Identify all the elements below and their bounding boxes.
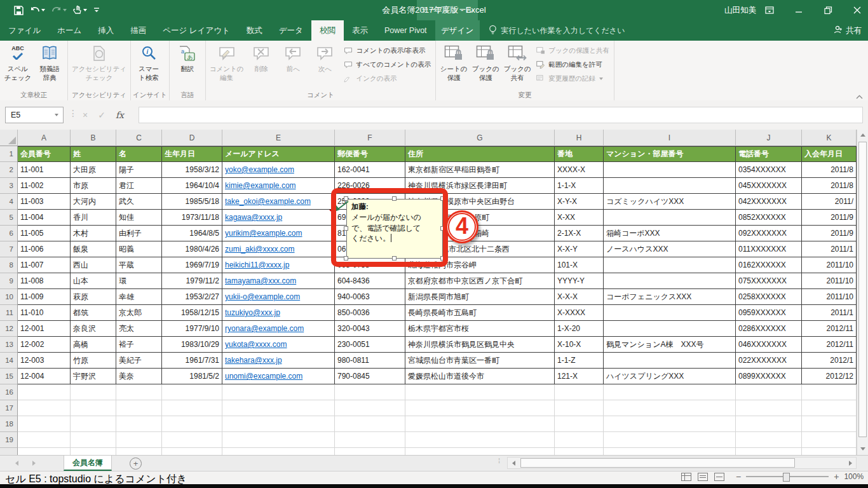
cell-A19[interactable] xyxy=(18,432,71,448)
cell-C5[interactable]: 知佳 xyxy=(116,210,162,226)
name-box[interactable]: E5 xyxy=(5,107,64,123)
cell-D14[interactable]: 1961/7/31 xyxy=(162,353,222,369)
cell-H14[interactable]: 1-1-Z xyxy=(555,353,604,369)
cell-C10[interactable]: 幸雄 xyxy=(116,289,162,305)
cell-I11[interactable] xyxy=(604,305,736,321)
cell-E5[interactable]: kagawa@xxxx.jp xyxy=(222,210,335,226)
cell-A1[interactable]: 会員番号 xyxy=(18,146,71,162)
cell-H19[interactable] xyxy=(555,432,604,448)
email-link[interactable]: take_okoi@example.com xyxy=(225,197,311,206)
horizontal-scrollbar[interactable] xyxy=(507,457,857,469)
cell-D15[interactable]: 1981/5/2 xyxy=(162,369,222,384)
cell-E14[interactable]: takehara@xxx.jp xyxy=(222,353,335,369)
cell-D19[interactable] xyxy=(162,432,222,448)
ribbon-tab-file[interactable]: ファイル xyxy=(0,20,49,41)
cell-D7[interactable]: 1980/4/26 xyxy=(162,241,222,257)
cell-I15[interactable]: ハイツスプリングXXX xyxy=(604,369,736,384)
cell-G19[interactable] xyxy=(405,432,555,448)
cell-H9[interactable]: YYYY-Y xyxy=(555,273,604,289)
cell-A12[interactable]: 12-001 xyxy=(18,321,71,337)
cell-J18[interactable] xyxy=(736,416,802,432)
email-link[interactable]: yoko@example.com xyxy=(225,165,294,174)
touch-mode-icon[interactable] xyxy=(73,5,87,15)
cell-I10[interactable]: コーポフェニックスXXX xyxy=(604,289,736,305)
zoom-level[interactable]: 100% xyxy=(844,472,864,481)
cell-J19[interactable] xyxy=(736,432,802,448)
row-header-5[interactable]: 5 xyxy=(0,210,18,226)
cell-A10[interactable]: 11-009 xyxy=(18,289,71,305)
cell-K12[interactable]: 2012/11 xyxy=(802,321,857,337)
cell-F13[interactable]: 230-0051 xyxy=(335,337,405,353)
column-header-H[interactable]: H xyxy=(555,130,604,146)
cell-C12[interactable]: 亮太 xyxy=(116,321,162,337)
cell-K10[interactable]: 2011/10 xyxy=(802,289,857,305)
row-header-18[interactable]: 18 xyxy=(0,416,18,432)
cell-E9[interactable]: tamayama@xxx.com xyxy=(222,273,335,289)
cell-B18[interactable] xyxy=(71,416,116,432)
cell-J13[interactable]: 046XXXXXXX xyxy=(736,337,802,353)
ribbon-tab-power-pivot[interactable]: Power Pivot xyxy=(376,20,435,41)
cell-A8[interactable]: 11-007 xyxy=(18,257,71,273)
row-header-19[interactable]: 19 xyxy=(0,432,18,448)
cell-J5[interactable]: 0852XXXXXX xyxy=(736,210,802,226)
cell-B12[interactable]: 奈良沢 xyxy=(71,321,116,337)
cell-J1[interactable]: 電話番号 xyxy=(736,146,802,162)
ribbon-button-show-all-comments[interactable]: すべてのコメントの表示 xyxy=(343,58,431,71)
cell-E6[interactable]: yurikim@example.com xyxy=(222,226,335,241)
cell-B15[interactable]: 宇野沢 xyxy=(71,369,116,384)
cell-H18[interactable] xyxy=(555,416,604,432)
cell-H5[interactable]: X-XX xyxy=(555,210,604,226)
row-header-13[interactable]: 13 xyxy=(0,337,18,353)
cell-E13[interactable]: yukota@xxxx.com xyxy=(222,337,335,353)
cell-H11[interactable]: X-XXXX xyxy=(555,305,604,321)
email-link[interactable]: kimie@example.com xyxy=(225,181,296,190)
cell-C19[interactable] xyxy=(116,432,162,448)
ribbon-tab-page-layout[interactable]: ページ レイアウト xyxy=(154,20,238,41)
cell-H15[interactable]: 121-X xyxy=(555,369,604,384)
cell-B1[interactable]: 姓 xyxy=(71,146,116,162)
cell-F9[interactable]: 604-8436 xyxy=(335,273,405,289)
cell-K6[interactable]: 2011/9 xyxy=(802,226,857,241)
cell-A14[interactable]: 12-003 xyxy=(18,353,71,369)
row-header-6[interactable]: 6 xyxy=(0,226,18,241)
row-header-20[interactable] xyxy=(0,448,18,455)
cell-H17[interactable] xyxy=(555,400,604,416)
cell-A5[interactable]: 11-004 xyxy=(18,210,71,226)
cell-E11[interactable]: tuzukiyo@xxx.jp xyxy=(222,305,335,321)
cell-K13[interactable]: 2012/11 xyxy=(802,337,857,353)
cell-C15[interactable]: 美奈 xyxy=(116,369,162,384)
ribbon-tab-draw[interactable]: 描画 xyxy=(122,20,154,41)
undo-icon[interactable] xyxy=(30,6,45,15)
zoom-out-icon[interactable]: − xyxy=(736,471,741,482)
row-header-7[interactable]: 7 xyxy=(0,241,18,257)
cell-A9[interactable]: 11-008 xyxy=(18,273,71,289)
cell-E19[interactable] xyxy=(222,432,335,448)
prev-sheet-icon[interactable] xyxy=(15,461,18,466)
cell-H2[interactable]: XXXX-X xyxy=(555,162,604,178)
cell-G11[interactable]: 長崎県長崎市五島町 xyxy=(405,305,555,321)
cell-B7[interactable]: 飯泉 xyxy=(71,241,116,257)
cell-I18[interactable] xyxy=(604,416,736,432)
cell-G2[interactable]: 東京都新宿区早稲田鶴巻町 xyxy=(405,162,555,178)
cell-B5[interactable]: 香川 xyxy=(71,210,116,226)
email-link[interactable]: tamayama@xxx.com xyxy=(225,276,296,285)
cell-H3[interactable]: 1-1-X xyxy=(555,178,604,194)
cell-B14[interactable]: 竹原 xyxy=(71,353,116,369)
cell-G1[interactable]: 住所 xyxy=(405,146,555,162)
cell-B20[interactable] xyxy=(71,448,116,455)
cell-G13[interactable]: 神奈川県横浜市鶴見区鶴見中央 xyxy=(405,337,555,353)
cell-E10[interactable]: yukii-o@example.com xyxy=(222,289,335,305)
ribbon-display-options-icon[interactable] xyxy=(759,0,780,20)
ribbon-tab-home[interactable]: ホーム xyxy=(49,20,90,41)
cell-G10[interactable]: 新潟県長岡市旭町 xyxy=(405,289,555,305)
cell-K2[interactable]: 2011/8 xyxy=(802,162,857,178)
cell-B19[interactable] xyxy=(71,432,116,448)
cell-H1[interactable]: 番地 xyxy=(555,146,604,162)
cell-J10[interactable]: 0258XXXXXX xyxy=(736,289,802,305)
cell-C17[interactable] xyxy=(116,400,162,416)
cell-K16[interactable] xyxy=(802,384,857,400)
new-sheet-button[interactable]: + xyxy=(130,458,142,470)
cell-K18[interactable] xyxy=(802,416,857,432)
zoom-slider[interactable] xyxy=(746,476,829,477)
cell-I12[interactable] xyxy=(604,321,736,337)
